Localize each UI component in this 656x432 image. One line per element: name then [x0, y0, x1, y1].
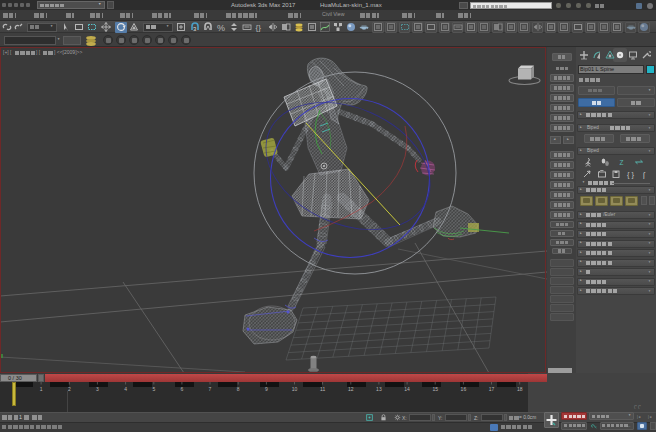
svg-text:7: 7 [209, 386, 212, 392]
svg-text:13: 13 [376, 386, 382, 392]
svg-text:9: 9 [265, 386, 268, 392]
svg-text:16: 16 [461, 386, 467, 392]
svg-text:%: % [217, 23, 225, 33]
svg-text:3: 3 [96, 386, 99, 392]
svg-text:Z: Z [620, 159, 624, 166]
svg-text:12: 12 [348, 386, 354, 392]
svg-text:8: 8 [237, 386, 240, 392]
svg-text:17: 17 [489, 386, 495, 392]
svg-text:∫: ∫ [642, 171, 646, 180]
svg-text:2: 2 [68, 386, 71, 392]
svg-text:3: 3 [193, 26, 197, 32]
svg-text:4: 4 [124, 386, 127, 392]
svg-text:18: 18 [517, 386, 523, 392]
svg-text:10: 10 [292, 386, 298, 392]
svg-text:15: 15 [432, 386, 438, 392]
svg-text:14: 14 [404, 386, 410, 392]
svg-text:{ }: { } [627, 170, 635, 179]
svg-text:5: 5 [152, 386, 155, 392]
svg-text:6: 6 [181, 386, 184, 392]
svg-text:{}: {} [256, 23, 262, 32]
svg-text:1: 1 [40, 386, 43, 392]
svg-text:11: 11 [320, 386, 325, 392]
